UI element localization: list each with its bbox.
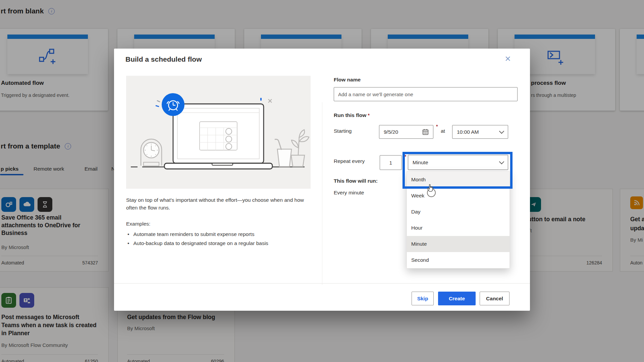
frequency-option-second[interactable]: Second bbox=[407, 252, 509, 268]
bullet-icon bbox=[127, 239, 129, 248]
create-button[interactable]: Create bbox=[438, 292, 476, 305]
run-this-flow-label-text: Run this flow bbox=[334, 112, 366, 118]
required-asterisk: * bbox=[405, 154, 406, 159]
required-asterisk: * bbox=[436, 124, 438, 129]
required-asterisk: * bbox=[368, 113, 370, 118]
build-scheduled-flow-dialog: Build a scheduled flow × bbox=[114, 49, 530, 311]
flow-name-label: Flow name bbox=[334, 77, 361, 83]
will-run-value: Every minute bbox=[334, 190, 364, 196]
run-this-flow-label: Run this flow * bbox=[334, 112, 370, 118]
examples-list: Automate team reminders to submit expens… bbox=[127, 230, 268, 248]
will-run-label: This flow will run: bbox=[334, 178, 378, 184]
example-item: Auto-backup data to designated storage o… bbox=[127, 239, 268, 248]
cancel-button[interactable]: Cancel bbox=[480, 292, 509, 305]
start-date-input[interactable]: 9/5/20 bbox=[379, 125, 433, 139]
interval-input[interactable] bbox=[380, 155, 402, 170]
flow-name-input[interactable] bbox=[334, 87, 518, 101]
frequency-option-week[interactable]: Week bbox=[407, 188, 509, 204]
repeat-every-label: Repeat every bbox=[334, 158, 365, 164]
frequency-option-month[interactable]: Month bbox=[407, 172, 509, 188]
frequency-value: Minute bbox=[413, 160, 428, 166]
example-text: Automate team reminders to submit expens… bbox=[133, 230, 254, 239]
footer-divider bbox=[114, 283, 530, 284]
calendar-icon[interactable] bbox=[422, 129, 429, 135]
column-divider bbox=[322, 102, 322, 285]
examples-heading: Examples: bbox=[126, 221, 150, 227]
example-item: Automate team reminders to submit expens… bbox=[127, 230, 268, 239]
time-select[interactable]: 10:00 AM bbox=[452, 125, 508, 139]
chevron-down-icon bbox=[499, 129, 504, 134]
scheduled-flow-illustration bbox=[126, 76, 311, 189]
frequency-option-hour[interactable]: Hour bbox=[407, 220, 509, 236]
dialog-description: Stay on top of what's important without … bbox=[126, 196, 313, 212]
dialog-title: Build a scheduled flow bbox=[125, 55, 202, 63]
frequency-select[interactable]: Minute bbox=[408, 155, 508, 170]
close-icon[interactable]: × bbox=[502, 53, 514, 65]
time-value: 10:00 AM bbox=[457, 129, 479, 135]
at-label: at bbox=[441, 128, 445, 134]
starting-label: Starting bbox=[334, 128, 352, 134]
example-text: Auto-backup data to designated storage o… bbox=[133, 239, 268, 248]
frequency-option-minute[interactable]: Minute bbox=[407, 236, 509, 252]
start-date-value: 9/5/20 bbox=[384, 129, 398, 135]
frequency-option-day[interactable]: Day bbox=[407, 204, 509, 220]
chevron-down-icon bbox=[499, 159, 504, 165]
frequency-dropdown-list: Month Week Day Hour Minute Second bbox=[407, 171, 510, 268]
skip-button[interactable]: Skip bbox=[412, 292, 434, 305]
bullet-icon bbox=[127, 230, 129, 239]
